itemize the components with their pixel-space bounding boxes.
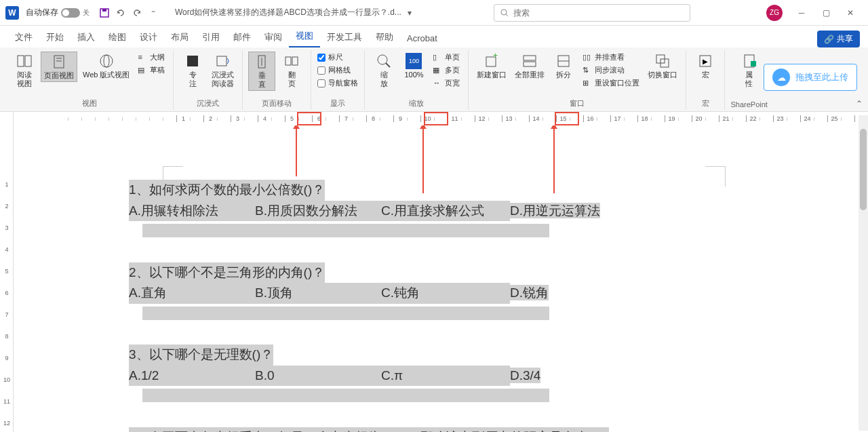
ribbon: 阅读 视图 页面视图 Web 版式视图 ≡大纲 ▤草稿 视图 专 注 沉浸式 阅… xyxy=(0,47,868,112)
undo-icon[interactable] xyxy=(115,7,126,18)
q1-opt-b[interactable]: B.用质因数分解法 xyxy=(255,201,381,222)
pagewidth-button[interactable]: ↔页宽 xyxy=(430,77,462,89)
multipage-button[interactable]: ▦多页 xyxy=(430,64,462,76)
draft-button[interactable]: ▤草稿 xyxy=(135,64,167,76)
q2-opt-a[interactable]: A.直角 xyxy=(129,283,255,304)
navpane-checkbox[interactable]: 导航窗格 xyxy=(317,77,359,89)
qat-dropdown-icon[interactable]: ⁼ xyxy=(148,7,159,18)
tab-home[interactable]: 开始 xyxy=(39,27,71,47)
q1-text[interactable]: 1、如何求两个数的最小公倍数()？ xyxy=(129,180,325,201)
search-box[interactable] xyxy=(494,4,690,22)
autosave-state: 关 xyxy=(83,8,90,18)
tab-insert[interactable]: 插入 xyxy=(71,27,102,47)
svg-line-18 xyxy=(386,63,390,67)
tab-references[interactable]: 引用 xyxy=(195,27,226,47)
q4-text[interactable]: 4、在平面直角坐标系中，如果一个点坐标为(3,4)，那么该点到原点的距离是多少(… xyxy=(129,427,609,433)
svg-text:+: + xyxy=(493,53,498,60)
tab-file[interactable]: 文件 xyxy=(8,27,39,47)
tab-draw[interactable]: 绘图 xyxy=(102,27,133,47)
immersive-reader-button[interactable]: 沉浸式 阅读器 xyxy=(209,52,237,90)
question-2: 2、以下哪个不是三角形的内角()？ A.直角B.顶角C.钝角D.锐角 xyxy=(129,262,868,326)
vertical-scrollbar[interactable] xyxy=(859,115,868,431)
svg-rect-15 xyxy=(285,57,291,65)
newwindow-button[interactable]: +新建窗口 xyxy=(474,52,509,81)
tab-mailings[interactable]: 邮件 xyxy=(226,27,258,47)
onepage-button[interactable]: ▯单页 xyxy=(430,52,462,63)
q2-filler xyxy=(142,307,549,320)
search-icon xyxy=(500,8,509,18)
focus-button[interactable]: 专 注 xyxy=(179,52,206,90)
q3-opt-a[interactable]: A.1/2 xyxy=(129,366,255,387)
save-icon[interactable] xyxy=(99,7,110,18)
minimize-icon[interactable]: ─ xyxy=(789,3,814,22)
search-input[interactable] xyxy=(513,8,684,18)
q3-opt-b[interactable]: B.0 xyxy=(255,366,381,387)
web-layout-button[interactable]: Web 版式视图 xyxy=(80,52,132,81)
switchwindow-button[interactable]: 切换窗口 xyxy=(645,52,680,81)
ruler-checkbox[interactable]: 标尺 xyxy=(317,52,359,63)
horizontal-ruler[interactable]: 1234567891011121314151617181920212223242… xyxy=(0,112,868,125)
q3-opt-c[interactable]: C.π xyxy=(381,366,510,387)
print-layout-button[interactable]: 页面视图 xyxy=(41,52,77,82)
group-macros: ▶宏 宏 xyxy=(686,50,725,110)
ribbon-tabs: 文件 开始 插入 绘图 设计 布局 引用 邮件 审阅 视图 开发工具 帮助 Ac… xyxy=(0,26,868,47)
tab-layout[interactable]: 布局 xyxy=(164,27,195,47)
outline-button[interactable]: ≡大纲 xyxy=(135,52,167,63)
upload-button[interactable]: ☁ 拖拽至此上传 xyxy=(764,64,857,91)
vertical-ruler[interactable]: 12345678910111213 xyxy=(0,125,14,432)
maximize-icon[interactable]: ▢ xyxy=(814,3,838,22)
q1-opt-c[interactable]: C.用直接求解公式 xyxy=(381,201,510,222)
toggle-switch-icon[interactable] xyxy=(61,8,80,18)
document-workspace: 12345678910111213 1、如何求两个数的最小公倍数()？ A.用辗… xyxy=(0,125,868,432)
q1-filler xyxy=(142,224,549,237)
user-avatar[interactable]: ZG xyxy=(766,5,783,21)
svg-rect-4 xyxy=(18,56,24,66)
split-button[interactable]: 拆分 xyxy=(550,52,577,81)
svg-point-17 xyxy=(378,55,387,64)
tab-design[interactable]: 设计 xyxy=(133,27,164,47)
close-icon[interactable]: ✕ xyxy=(838,3,863,22)
document-title: Word如何快速将竖排的选择题ABCD选项合并成一行显示？.d... xyxy=(175,7,401,18)
macros-button[interactable]: ▶宏 xyxy=(692,52,719,81)
tab-devtools[interactable]: 开发工具 xyxy=(320,27,369,47)
q2-opt-d[interactable]: D.锐角 xyxy=(510,285,549,300)
share-label: 共享 xyxy=(837,33,853,45)
share-button[interactable]: 🔗 共享 xyxy=(817,31,860,47)
page-area[interactable]: 1、如何求两个数的最小公倍数()？ A.用辗转相除法B.用质因数分解法C.用直接… xyxy=(14,125,868,432)
q2-text[interactable]: 2、以下哪个不是三角形的内角()？ xyxy=(129,262,325,283)
q1-opt-a[interactable]: A.用辗转相除法 xyxy=(129,201,255,222)
group-views-label: 视图 xyxy=(82,98,97,109)
tab-acrobat[interactable]: Acrobat xyxy=(400,29,444,47)
side-button[interactable]: 翻 页 xyxy=(278,52,305,90)
redo-icon[interactable] xyxy=(132,7,142,18)
arrange-button[interactable]: 全部重排 xyxy=(512,52,547,81)
q1-opt-d[interactable]: D.用逆元运算法 xyxy=(510,203,600,218)
scrollbar-thumb[interactable] xyxy=(860,129,867,210)
svg-point-2 xyxy=(501,9,507,15)
tab-review[interactable]: 审阅 xyxy=(258,27,289,47)
annotation-arrow-1 xyxy=(296,125,297,176)
vertical-button[interactable]: 垂 直 xyxy=(248,52,275,91)
autosave-toggle[interactable]: 自动保存 关 xyxy=(26,7,90,18)
reading-view-button[interactable]: 阅读 视图 xyxy=(11,52,38,90)
properties-button[interactable]: 属 性 xyxy=(736,52,763,90)
gridlines-checkbox[interactable]: 网格线 xyxy=(317,64,359,76)
zoom100-button[interactable]: 100100% xyxy=(400,52,427,81)
document-content[interactable]: 1、如何求两个数的最小公倍数()？ A.用辗转相除法B.用质因数分解法C.用直接… xyxy=(129,180,868,432)
group-immersive-label: 沉浸式 xyxy=(197,98,219,109)
q2-opt-b[interactable]: B.顶角 xyxy=(255,283,381,304)
tab-help[interactable]: 帮助 xyxy=(369,27,400,47)
svg-rect-12 xyxy=(217,56,226,66)
svg-point-9 xyxy=(100,55,113,67)
group-views: 阅读 视图 页面视图 Web 版式视图 ≡大纲 ▤草稿 视图 xyxy=(5,50,174,110)
zoom-button[interactable]: 缩 放 xyxy=(370,52,397,90)
group-zoom-label: 缩放 xyxy=(409,98,424,109)
collapse-ribbon-icon[interactable]: ⌃ xyxy=(856,99,863,109)
q2-opt-c[interactable]: C.钝角 xyxy=(381,283,510,304)
q3-opt-d[interactable]: D.3/4 xyxy=(510,368,540,383)
svg-rect-6 xyxy=(54,56,64,68)
tab-view[interactable]: 视图 xyxy=(289,26,320,47)
svg-line-3 xyxy=(506,14,508,16)
title-dropdown-icon[interactable]: ▾ xyxy=(404,7,415,18)
q3-text[interactable]: 3、以下哪个是无理数()？ xyxy=(129,345,273,366)
